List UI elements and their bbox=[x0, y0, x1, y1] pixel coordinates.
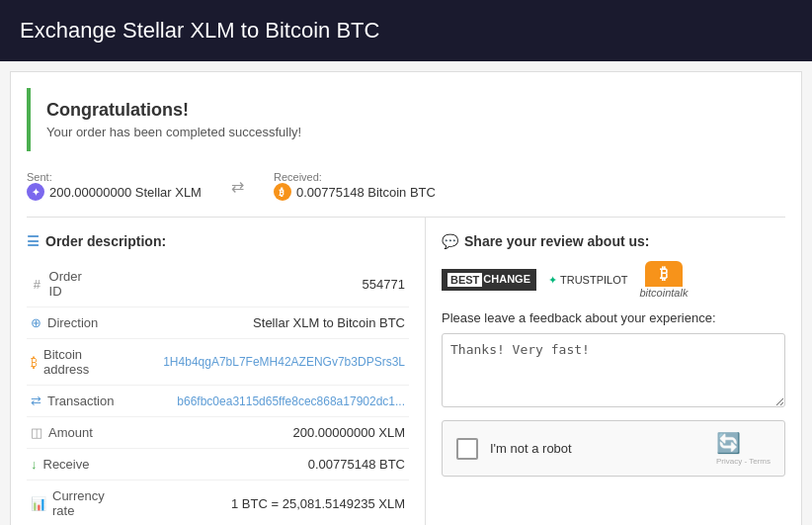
captcha-box: I'm not a robot 🔄 Privacy - Terms bbox=[442, 420, 785, 477]
change-label: CHANGE bbox=[483, 273, 530, 287]
review-section-title: 💬 Share your review about us: bbox=[442, 233, 785, 249]
feedback-label: Please leave a feedback about your exper… bbox=[442, 310, 785, 325]
amount-value: 200.00000000 XLM bbox=[149, 417, 409, 449]
table-row: ⊕ Direction Stellar XLM to Bitcoin BTC bbox=[27, 307, 409, 339]
received-value: ₿ 0.00775148 Bitcoin BTC bbox=[274, 183, 436, 201]
row-label: ◫ Amount bbox=[31, 425, 88, 440]
trustpilot-star-icon: ✦ bbox=[548, 274, 557, 287]
row-label: # Order ID bbox=[31, 269, 88, 299]
rate-icon: 📊 bbox=[31, 496, 46, 511]
chat-icon: 💬 bbox=[442, 233, 458, 249]
main-card: Congratulations! Your order has been com… bbox=[10, 71, 802, 525]
sent-label: Sent: bbox=[27, 171, 202, 183]
row-label: 📊 Currency rate bbox=[31, 488, 88, 518]
captcha-privacy: Privacy bbox=[716, 457, 742, 466]
captcha-terms: Terms bbox=[749, 457, 771, 466]
captcha-footer: Privacy - Terms bbox=[716, 457, 771, 466]
amount-icon: ◫ bbox=[31, 425, 42, 440]
page-title: Exchange Stellar XLM to Bitcoin BTC bbox=[20, 18, 379, 43]
right-panel: 💬 Share your review about us: BEST CHANG… bbox=[426, 218, 801, 525]
sent-value: ✦ 200.00000000 Stellar XLM bbox=[27, 183, 202, 201]
receive-value: 0.00775148 BTC bbox=[149, 449, 409, 481]
two-columns: ☰ Order description: # Order ID 554771 bbox=[11, 218, 801, 525]
row-label: ₿ Bitcoin address bbox=[31, 347, 88, 377]
hash-icon: # bbox=[31, 277, 43, 292]
success-banner: Congratulations! Your order has been com… bbox=[27, 88, 785, 151]
success-message: Your order has been completed successful… bbox=[46, 125, 770, 139]
bitcointalk-label: bitcointalk bbox=[639, 287, 688, 299]
bitcoin-address-value[interactable]: 1H4b4qgA7bL7FeMH42AZENGv7b3DPSrs3L bbox=[149, 339, 409, 386]
table-row: ↓ Receive 0.00775148 BTC bbox=[27, 449, 409, 481]
order-section-title: ☰ Order description: bbox=[27, 233, 409, 249]
sent-block: Sent: ✦ 200.00000000 Stellar XLM bbox=[27, 171, 202, 201]
feedback-textarea[interactable]: Thanks! Very fast! bbox=[442, 333, 785, 407]
captcha-logo: 🔄 Privacy - Terms bbox=[716, 431, 771, 466]
direction-value: Stellar XLM to Bitcoin BTC bbox=[149, 307, 409, 339]
left-panel: ☰ Order description: # Order ID 554771 bbox=[11, 218, 426, 525]
row-label: ⇄ Transaction bbox=[31, 394, 88, 408]
exchange-arrow-icon: ⇄ bbox=[231, 177, 244, 196]
bitcointalk-logo-icon: ₿ bbox=[645, 261, 683, 287]
table-row: ◫ Amount 200.00000000 XLM bbox=[27, 417, 409, 449]
table-row: ⇄ Transaction b66fbc0ea3115d65ffe8cec868… bbox=[27, 386, 409, 417]
order-table: # Order ID 554771 ⊕ Direction bbox=[27, 261, 409, 525]
trustpilot-label: TRUSTPILOT bbox=[560, 274, 627, 286]
xlm-icon: ✦ bbox=[27, 183, 44, 201]
rate-value: 1 BTC = 25,081.5149235 XLM bbox=[149, 481, 409, 526]
received-block: Received: ₿ 0.00775148 Bitcoin BTC bbox=[274, 171, 436, 201]
bitcointalk-badge[interactable]: ₿ bitcointalk bbox=[639, 261, 688, 299]
page-header: Exchange Stellar XLM to Bitcoin BTC bbox=[0, 0, 812, 61]
direction-icon: ⊕ bbox=[31, 315, 41, 330]
order-id-value: 554771 bbox=[149, 261, 409, 307]
captcha-checkbox[interactable] bbox=[456, 438, 478, 460]
list-icon: ☰ bbox=[27, 233, 40, 249]
transaction-value[interactable]: b66fbc0ea3115d65ffe8cec868a17902dc1... bbox=[149, 386, 409, 417]
captcha-label: I'm not a robot bbox=[490, 441, 704, 456]
success-heading: Congratulations! bbox=[46, 100, 770, 121]
transaction-icon: ⇄ bbox=[31, 394, 41, 408]
review-platforms: BEST CHANGE ✦ TRUSTPILOT ₿ bitcointalk bbox=[442, 261, 785, 299]
table-row: ₿ Bitcoin address 1H4b4qgA7bL7FeMH42AZEN… bbox=[27, 339, 409, 386]
trustpilot-badge[interactable]: ✦ TRUSTPILOT bbox=[548, 274, 627, 287]
best-label: BEST bbox=[447, 273, 482, 287]
table-row: # Order ID 554771 bbox=[27, 261, 409, 307]
row-label: ⊕ Direction bbox=[31, 315, 88, 330]
received-label: Received: bbox=[274, 171, 436, 183]
bitcoin-icon: ₿ bbox=[31, 355, 38, 370]
receive-icon: ↓ bbox=[31, 457, 38, 472]
recaptcha-icon: 🔄 bbox=[716, 432, 741, 454]
bestchange-badge[interactable]: BEST CHANGE bbox=[442, 269, 536, 291]
sent-received-row: Sent: ✦ 200.00000000 Stellar XLM ⇄ Recei… bbox=[11, 167, 801, 217]
btc-icon: ₿ bbox=[274, 183, 291, 201]
row-label: ↓ Receive bbox=[31, 457, 88, 472]
table-row: 📊 Currency rate 1 BTC = 25,081.5149235 X… bbox=[27, 481, 409, 526]
